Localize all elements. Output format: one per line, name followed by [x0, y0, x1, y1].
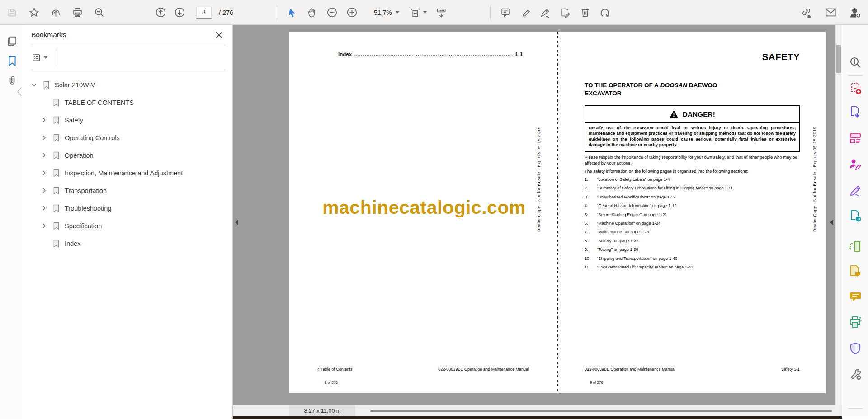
chevron-right-icon[interactable] [41, 134, 53, 141]
list-item: 5."Before Starting Engine" on page 1-21 [585, 212, 800, 221]
tools-rail [842, 25, 868, 416]
scan-ocr-icon[interactable] [846, 314, 864, 330]
chevron-right-icon[interactable] [41, 169, 53, 177]
chevron-down-icon [396, 11, 399, 14]
footer-section-label: 4 Table of Contents [317, 367, 352, 372]
highlight-icon[interactable] [518, 5, 533, 21]
zoom-out-icon[interactable] [324, 5, 340, 21]
zoom-level-dropdown[interactable]: 51,7% [370, 6, 403, 19]
bookmark-item[interactable]: Inspection, Maintenance and Adjustment [24, 164, 232, 182]
list-item: 2."Summary of Safety Precautions for Lif… [585, 186, 800, 194]
bookmark-icon [53, 134, 65, 142]
sheet-number: 9 of 276 [590, 381, 603, 385]
bookmark-item[interactable]: Index [24, 235, 232, 252]
fill-sign-icon[interactable] [557, 5, 573, 21]
warning-triangle-icon [669, 110, 679, 118]
bookmark-item[interactable]: Operation [24, 146, 232, 164]
save-icon[interactable] [5, 5, 20, 21]
marquee-zoom-icon[interactable] [846, 55, 864, 71]
bookmark-icon [53, 151, 65, 160]
heading-part1: TO THE OPERATOR OF A [585, 82, 659, 89]
print-icon[interactable] [70, 5, 85, 21]
rail-divider [848, 75, 863, 76]
dealer-copy-vertical-text: Dealer Copy - Not for Resale - Expires 0… [812, 127, 817, 232]
horizontal-scrollbar-thumb[interactable] [370, 410, 832, 412]
chevron-right-icon[interactable] [41, 222, 53, 230]
vertical-scrollbar[interactable] [835, 25, 842, 405]
chevron-expanded-icon[interactable] [31, 81, 43, 89]
bookmark-item[interactable]: Troubleshooting [24, 199, 232, 217]
request-signatures-icon[interactable] [846, 156, 864, 172]
zoom-in-icon[interactable] [344, 5, 359, 21]
collapse-left-panel-icon[interactable] [233, 216, 240, 229]
list-item-text: "Unauthorized Modifications" on page 1-1… [597, 195, 675, 203]
list-item: 8."Battery" on page 1-37 [585, 239, 800, 247]
sign-pen-icon[interactable] [538, 5, 553, 21]
toc-index-row: Index ..................................… [338, 52, 523, 57]
document-status-bar: 8,27 x 11,00 in [233, 405, 842, 416]
more-tools-icon[interactable] [846, 366, 864, 382]
document-viewport[interactable]: Index ..................................… [233, 25, 842, 419]
bookmark-item[interactable]: Transportation [24, 182, 232, 199]
find-icon[interactable] [91, 5, 107, 21]
chevron-none [41, 240, 53, 247]
export-pdf-icon[interactable] [846, 104, 864, 120]
redo-icon[interactable] [597, 5, 613, 21]
chevron-right-icon[interactable] [41, 152, 53, 159]
close-icon[interactable] [212, 28, 225, 41]
chevron-down-icon [44, 56, 47, 59]
open-tools-panel-icon[interactable] [846, 416, 864, 419]
account-avatar[interactable] [847, 5, 863, 21]
organize-pages-icon[interactable] [846, 239, 864, 255]
star-icon[interactable] [26, 5, 42, 21]
list-item-number: 3. [585, 195, 597, 203]
list-item-text: "Battery" on page 1-37 [597, 239, 638, 247]
bookmark-item[interactable]: Operating Controls [24, 129, 232, 146]
vertical-scrollbar-thumb[interactable] [836, 45, 841, 73]
previous-page-icon[interactable] [153, 5, 168, 21]
danger-body-text: Unsafe use of the excavator could lead t… [585, 123, 799, 151]
bookmark-label: Solar 210W-V [55, 81, 95, 89]
fill-sign-icon[interactable] [846, 182, 864, 198]
expand-right-panel-icon[interactable] [828, 216, 835, 229]
list-item-number: 9. [585, 247, 597, 256]
email-icon[interactable] [823, 5, 838, 21]
comment-icon[interactable] [498, 5, 513, 21]
page-number-input[interactable] [196, 7, 212, 19]
share-upload-icon[interactable] [48, 5, 63, 21]
fit-width-icon[interactable] [407, 5, 429, 21]
bookmark-item[interactable]: TABLE OF CONTENTS [24, 94, 232, 111]
delete-icon[interactable] [577, 5, 593, 21]
heading-part3: DAEWOO [689, 82, 717, 89]
next-page-icon[interactable] [172, 5, 187, 21]
share-file-icon[interactable] [846, 208, 864, 224]
bookmark-item[interactable]: Specification [24, 217, 232, 235]
list-item-text: "Before Starting Engine" on page 1-21 [597, 212, 667, 221]
select-tool-icon[interactable] [284, 5, 300, 21]
share-link-icon[interactable] [798, 5, 814, 21]
create-pdf-icon[interactable] [846, 80, 864, 97]
bookmark-label: Transportation [65, 187, 107, 194]
zoom-level-value: 51,7% [374, 9, 392, 16]
safety-sections-list: 1."Location of Safety Labels" on page 1-… [585, 177, 800, 273]
scroll-mode-icon[interactable] [434, 5, 449, 21]
horizontal-scrollbar[interactable] [364, 405, 835, 416]
chevron-right-icon[interactable] [41, 187, 53, 194]
comment-icon[interactable] [846, 288, 864, 305]
bookmark-label: TABLE OF CONTENTS [65, 99, 134, 106]
list-item: 4."General Hazard Information" on page 1… [585, 203, 800, 212]
bookmarks-panel-icon[interactable] [0, 51, 24, 71]
chevron-right-icon[interactable] [41, 205, 53, 212]
list-item-text: "Location of Safety Labels" on page 1-4 [597, 177, 670, 186]
edit-pdf-icon[interactable] [846, 130, 864, 146]
bookmark-icon [53, 222, 65, 230]
bookmark-item[interactable]: Safety [24, 111, 232, 129]
hand-tool-icon[interactable] [304, 5, 320, 21]
chevron-right-icon[interactable] [41, 117, 53, 124]
page-thumbnails-icon[interactable] [0, 31, 24, 51]
send-for-comments-icon[interactable] [846, 263, 864, 279]
list-item-number: 1. [585, 177, 597, 186]
protect-icon[interactable] [846, 340, 864, 357]
bookmark-options-button[interactable] [31, 52, 48, 64]
bookmark-item-root[interactable]: Solar 210W-V [24, 76, 232, 94]
